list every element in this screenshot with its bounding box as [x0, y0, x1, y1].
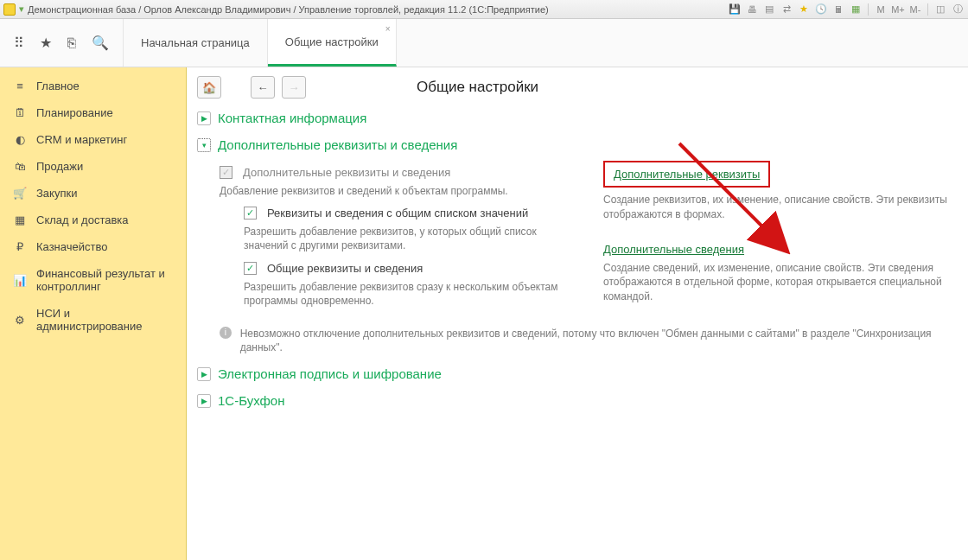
- expand-toggle[interactable]: ▶: [197, 111, 211, 125]
- section-title-buhphone[interactable]: 1С-Бухфон: [218, 393, 284, 408]
- tab-label: Начальная страница: [141, 36, 250, 49]
- sidebar-item-purchases[interactable]: 🛒Закупки: [0, 180, 186, 207]
- description: Разрешить добавление реквизитов, у котор…: [244, 225, 583, 252]
- window-title: Демонстрационная база / Орлов Александр …: [28, 4, 549, 15]
- info-icon[interactable]: ⓘ: [951, 3, 965, 16]
- sidebar-item-main[interactable]: ≡Главное: [0, 73, 186, 99]
- checkbox-label: Общие реквизиты и сведения: [267, 262, 423, 275]
- expand-toggle[interactable]: ▶: [197, 367, 211, 381]
- gear-icon: ⚙: [12, 314, 28, 327]
- checkbox-shared-values[interactable]: [244, 207, 257, 220]
- info-icon: i: [220, 327, 232, 339]
- favorite-icon[interactable]: ★: [797, 3, 811, 16]
- sidebar: ≡Главное 🗓Планирование ◐CRM и маркетинг …: [0, 67, 187, 560]
- sidebar-item-finance[interactable]: 📊Финансовый результат и контроллинг: [0, 260, 186, 300]
- m-btn[interactable]: M: [874, 3, 888, 16]
- sidebar-item-admin[interactable]: ⚙НСИ и администрирование: [0, 300, 186, 340]
- checkbox-label: Дополнительные реквизиты и сведения: [243, 166, 450, 179]
- window-titlebar: ▾ Демонстрационная база / Орлов Александ…: [0, 0, 968, 19]
- section-title-additional[interactable]: Дополнительные реквизиты и сведения: [218, 137, 457, 152]
- calendar-icon[interactable]: ▦: [849, 3, 863, 16]
- content-area: 🏠 ← → Общие настройки ▶ Контактная инфор…: [187, 67, 968, 560]
- description: Создание сведений, их изменение, описани…: [603, 261, 958, 304]
- section-title-signature[interactable]: Электронная подпись и шифрование: [218, 366, 442, 381]
- dropdown-icon[interactable]: ▾: [19, 3, 24, 15]
- highlight-box: Дополнительные реквизиты: [603, 161, 770, 188]
- menu-grid-icon[interactable]: ⠿: [14, 35, 24, 51]
- tab-general-settings[interactable]: Общие настройки ×: [268, 19, 397, 67]
- link-additional-info[interactable]: Дополнительные сведения: [603, 243, 744, 256]
- sidebar-item-warehouse[interactable]: ▦Склад и доставка: [0, 207, 186, 233]
- tab-label: Общие настройки: [285, 35, 379, 48]
- section-title-contact[interactable]: Контактная информация: [218, 111, 366, 125]
- barchart-icon: 📊: [12, 274, 28, 287]
- sidebar-item-sales[interactable]: 🛍Продажи: [0, 153, 186, 180]
- doc-icon[interactable]: ▤: [762, 3, 776, 16]
- calendar-icon: 🗓: [12, 106, 28, 119]
- sections-icon[interactable]: ⎘: [67, 35, 76, 51]
- link-additional-attributes[interactable]: Дополнительные реквизиты: [614, 168, 760, 181]
- description: Добавление реквизитов и сведений к объек…: [220, 184, 583, 198]
- info-text: Невозможно отключение дополнительных рек…: [240, 327, 958, 354]
- description: Создание реквизитов, их изменение, описа…: [603, 193, 958, 222]
- app-logo-icon: [3, 3, 16, 16]
- home-button[interactable]: 🏠: [197, 76, 221, 99]
- bag-icon: 🛍: [12, 160, 28, 173]
- expand-toggle[interactable]: ▶: [197, 394, 211, 408]
- search-icon[interactable]: 🔍: [92, 35, 109, 51]
- list-icon: ≡: [12, 80, 28, 92]
- sidebar-item-crm[interactable]: ◐CRM и маркетинг: [0, 126, 186, 153]
- piechart-icon: ◐: [12, 133, 28, 146]
- calc-icon[interactable]: 🖩: [831, 3, 845, 16]
- m-minus-btn[interactable]: M-: [908, 3, 922, 16]
- grid-icon: ▦: [12, 213, 28, 226]
- checkbox-common-attrs[interactable]: [244, 262, 257, 275]
- back-button[interactable]: ←: [251, 76, 275, 99]
- print-icon[interactable]: 🖶: [745, 3, 759, 16]
- forward-button[interactable]: →: [282, 76, 306, 99]
- checkbox-label: Реквизиты и сведения с общим списком зна…: [267, 207, 528, 220]
- sidebar-item-treasury[interactable]: ₽Казначейство: [0, 233, 186, 260]
- ruble-icon: ₽: [12, 240, 28, 253]
- clock-icon[interactable]: 🕓: [814, 3, 828, 16]
- close-icon[interactable]: ×: [385, 24, 391, 34]
- star-outline-icon[interactable]: ★: [40, 35, 52, 51]
- page-title: Общие настройки: [417, 79, 538, 96]
- sidebar-item-planning[interactable]: 🗓Планирование: [0, 99, 186, 126]
- compare-icon[interactable]: ⇄: [780, 3, 793, 16]
- tab-start-page[interactable]: Начальная страница: [124, 19, 268, 67]
- description: Разрешить добавление реквизитов сразу к …: [244, 280, 583, 308]
- m-plus-btn[interactable]: M+: [891, 3, 905, 16]
- cart-icon: 🛒: [12, 187, 28, 200]
- save-icon[interactable]: 💾: [728, 3, 742, 16]
- main-toolbar: ⠿ ★ ⎘ 🔍 Начальная страница Общие настрой…: [0, 19, 968, 67]
- panels-icon[interactable]: ◫: [933, 3, 947, 16]
- collapse-toggle[interactable]: ▾: [197, 138, 211, 152]
- checkbox-additional-main: [220, 166, 232, 179]
